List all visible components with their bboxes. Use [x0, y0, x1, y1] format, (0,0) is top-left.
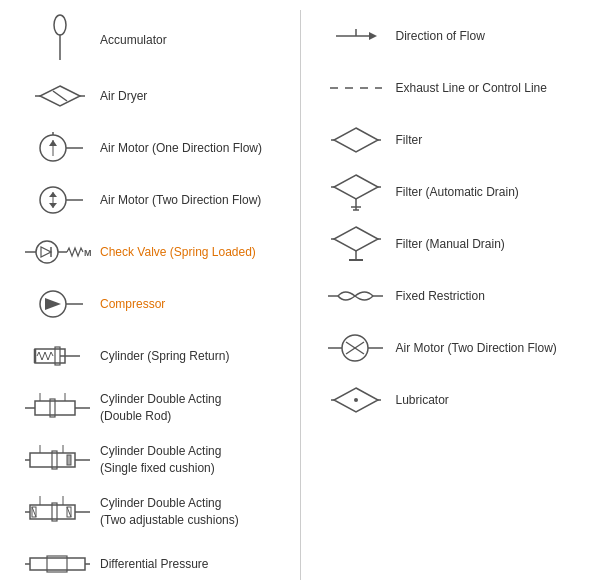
list-item: Cylinder (Spring Return) [20, 335, 285, 377]
list-item: Cylinder Double Acting(Double Rod) [20, 387, 285, 429]
accumulator-label: Accumulator [100, 32, 285, 49]
list-item: M Check Valve (Spring Loaded) [20, 231, 285, 273]
cylinder-double-two-label: Cylinder Double Acting(Two adjustable cu… [100, 495, 285, 529]
list-item: Filter (Automatic Drain) [316, 171, 581, 213]
svg-line-49 [67, 507, 71, 517]
list-item: Filter [316, 119, 581, 161]
column-divider [300, 10, 301, 580]
list-item: Filter (Manual Drain) [316, 223, 581, 265]
right-column: Direction of Flow Exhaust Line or Contro… [306, 10, 591, 580]
list-item: Air Motor (Two Direction Flow) [316, 327, 581, 369]
air-motor-one-symbol [20, 132, 100, 164]
list-item: Air Dryer [20, 75, 285, 117]
compressor-label: Compressor [100, 296, 285, 313]
accumulator-symbol [20, 15, 100, 65]
direction-flow-label: Direction of Flow [396, 28, 581, 45]
check-valve-label: Check Valve (Spring Loaded) [100, 244, 285, 261]
svg-rect-52 [30, 558, 85, 570]
svg-marker-24 [45, 298, 61, 310]
list-item: Cylinder Double Acting(Two adjustable cu… [20, 491, 285, 533]
air-motor-two-symbol [20, 184, 100, 216]
lubricator-symbol [316, 385, 396, 415]
air-motor-two-right-symbol [316, 331, 396, 365]
cylinder-double-rod-label: Cylinder Double Acting(Double Rod) [100, 391, 285, 425]
list-item: Differential Pressure [20, 543, 285, 580]
differential-pressure-label: Differential Pressure [100, 556, 285, 573]
svg-marker-63 [334, 128, 378, 152]
cylinder-spring-label: Cylinder (Spring Return) [100, 348, 285, 365]
air-motor-two-right-label: Air Motor (Two Direction Flow) [396, 340, 581, 357]
svg-marker-57 [369, 32, 377, 40]
cylinder-spring-symbol [20, 341, 100, 371]
cylinder-double-rod-symbol [20, 393, 100, 423]
svg-marker-72 [334, 227, 378, 251]
list-item: Compressor [20, 283, 285, 325]
svg-point-87 [354, 398, 358, 402]
air-dryer-symbol [20, 81, 100, 111]
list-item: Air Motor (One Direction Flow) [20, 127, 285, 169]
air-motor-two-label: Air Motor (Two Direction Flow) [100, 192, 285, 209]
svg-point-0 [54, 15, 66, 35]
exhaust-line-label: Exhaust Line or Control Line [396, 80, 581, 97]
filter-manual-label: Filter (Manual Drain) [396, 236, 581, 253]
main-container: Accumulator Air Dryer [10, 10, 590, 580]
filter-auto-symbol [316, 172, 396, 212]
list-item: Direction of Flow [316, 15, 581, 57]
svg-point-16 [36, 241, 58, 263]
svg-line-5 [53, 91, 67, 101]
check-valve-symbol: M [20, 238, 100, 266]
air-motor-one-label: Air Motor (One Direction Flow) [100, 140, 285, 157]
cylinder-double-single-label: Cylinder Double Acting(Single fixed cush… [100, 443, 285, 477]
fixed-restriction-symbol [316, 284, 396, 308]
list-item: Fixed Restriction [316, 275, 581, 317]
cylinder-double-single-symbol [20, 445, 100, 475]
list-item: Accumulator [20, 15, 285, 65]
differential-pressure-symbol [20, 552, 100, 576]
filter-auto-label: Filter (Automatic Drain) [396, 184, 581, 201]
filter-manual-symbol [316, 224, 396, 264]
lubricator-label: Lubricator [396, 392, 581, 409]
cylinder-double-two-symbol [20, 496, 100, 528]
svg-line-47 [32, 507, 36, 517]
direction-flow-symbol [316, 22, 396, 50]
list-item: Air Motor (Two Direction Flow) [20, 179, 285, 221]
left-column: Accumulator Air Dryer [10, 10, 295, 580]
compressor-symbol [20, 288, 100, 320]
exhaust-line-symbol [316, 78, 396, 98]
filter-label: Filter [396, 132, 581, 149]
list-item: Lubricator [316, 379, 581, 421]
list-item: Cylinder Double Acting(Single fixed cush… [20, 439, 285, 481]
svg-rect-39 [67, 455, 71, 465]
air-dryer-label: Air Dryer [100, 88, 285, 105]
list-item: Exhaust Line or Control Line [316, 67, 581, 109]
svg-marker-66 [334, 175, 378, 199]
filter-symbol [316, 125, 396, 155]
svg-text:M: M [84, 248, 92, 258]
svg-marker-17 [41, 247, 51, 257]
fixed-restriction-label: Fixed Restriction [396, 288, 581, 305]
